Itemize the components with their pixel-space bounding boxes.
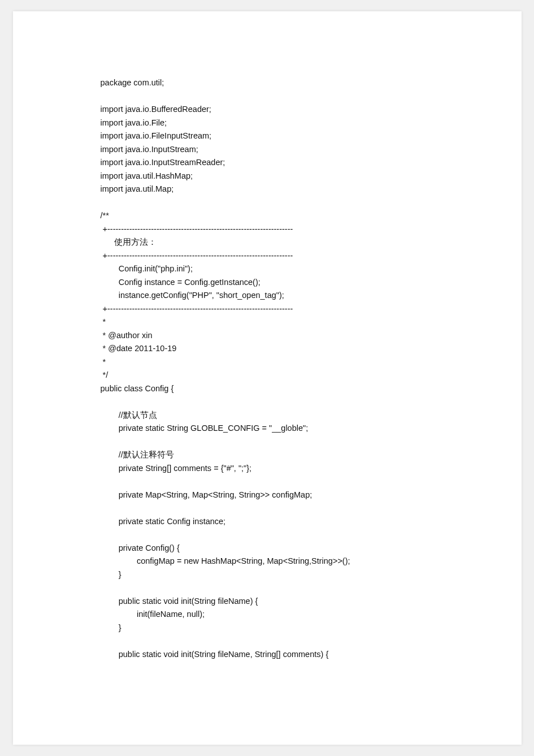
code-line: import java.io.InputStream;: [101, 143, 434, 157]
code-line: instance.getConfig("PHP", "short_open_ta…: [101, 289, 434, 303]
code-line: [101, 90, 434, 103]
code-line: [101, 475, 434, 489]
code-line: package com.util;: [101, 76, 434, 90]
code-line: [101, 634, 434, 648]
code-line: init(fileName, null);: [101, 608, 434, 621]
code-line: import java.io.BufferedReader;: [101, 103, 434, 116]
code-line: +---------------------------------------…: [101, 249, 434, 263]
code-line: import java.util.HashMap;: [101, 170, 434, 183]
code-line: }: [101, 621, 434, 635]
document-page: package com.util; import java.io.Buffere…: [13, 11, 522, 745]
code-line: //默认节点: [101, 409, 434, 422]
code-line: +---------------------------------------…: [101, 303, 434, 316]
code-line: public class Config {: [101, 382, 434, 396]
code-line: Config instance = Config.getInstance();: [101, 276, 434, 290]
code-line: public static void init(String fileName)…: [101, 595, 434, 608]
code-line: [101, 528, 434, 542]
code-line: * @date 2011-10-19: [101, 342, 434, 356]
code-line: import java.util.Map;: [101, 183, 434, 196]
code-line: [101, 435, 434, 449]
code-line: 使用方法：: [101, 236, 434, 249]
code-line: import java.io.File;: [101, 116, 434, 130]
code-line: private Config() {: [101, 542, 434, 555]
code-line: private static Config instance;: [101, 515, 434, 529]
code-line: private static String GLOBLE_CONFIG = "_…: [101, 422, 434, 435]
code-block: package com.util; import java.io.Buffere…: [101, 76, 434, 661]
code-line: import java.io.FileInputStream;: [101, 129, 434, 143]
code-line: /**: [101, 209, 434, 223]
code-line: [101, 581, 434, 595]
code-line: Config.init("php.ini");: [101, 262, 434, 276]
code-line: [101, 196, 434, 210]
code-line: configMap = new HashMap<String, Map<Stri…: [101, 555, 434, 568]
code-line: //默认注释符号: [101, 448, 434, 462]
code-line: */: [101, 369, 434, 382]
code-line: [101, 502, 434, 515]
code-line: }: [101, 568, 434, 582]
code-line: import java.io.InputStreamReader;: [101, 156, 434, 170]
code-line: * @author xin: [101, 329, 434, 343]
code-line: *: [101, 316, 434, 329]
code-line: +---------------------------------------…: [101, 223, 434, 236]
code-line: public static void init(String fileName,…: [101, 648, 434, 662]
code-line: [101, 395, 434, 409]
code-line: private String[] comments = {"#", ";"};: [101, 462, 434, 476]
code-line: *: [101, 356, 434, 369]
code-line: private Map<String, Map<String, String>>…: [101, 489, 434, 502]
